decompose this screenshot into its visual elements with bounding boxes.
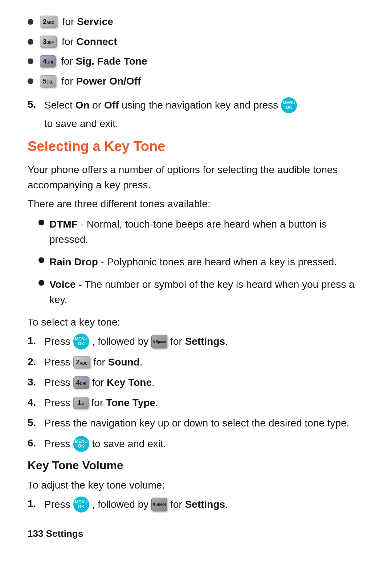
step-text-end: to save and exit. xyxy=(44,116,118,131)
step-content: Press the navigation key up or down to s… xyxy=(44,416,350,431)
step-content: Press 2ABC for Sound. xyxy=(44,355,143,370)
tone-dtmf-item: DTMF - Normal, touch-tone beeps are hear… xyxy=(38,217,364,247)
step-text: for Tone Type. xyxy=(91,395,158,411)
step-number: 4. xyxy=(28,395,41,410)
step5-list: 5. Select On or Off using the navigation… xyxy=(28,97,364,131)
tone-type-list: DTMF - Normal, touch-tone beeps are hear… xyxy=(38,217,364,307)
step-6: 6. Press MENUOK to save and exit. xyxy=(28,436,364,452)
list-item: 5JKL for Power On/Off xyxy=(28,74,364,89)
key-tone-volume-steps: 1. Press MENUOK , followed by #Space for… xyxy=(28,497,364,513)
menu-ok-btn: MENUOK xyxy=(73,334,89,350)
tone-dtmf-text: DTMF - Normal, touch-tone beeps are hear… xyxy=(49,217,364,247)
step-text: Press xyxy=(44,355,70,370)
step-number: 3. xyxy=(28,375,41,390)
key-2abc-btn: 2ABC xyxy=(40,16,57,28)
bullet-dot xyxy=(28,58,33,64)
menu-ok-btn: MENUOK xyxy=(281,97,297,113)
step-text: Press xyxy=(44,334,70,349)
top-bullet-list: 2ABC for Service 3DEF for Connect 4GHI f… xyxy=(28,15,364,89)
step-text: Press xyxy=(44,395,70,411)
step-5: 5. Press the navigation key up or down t… xyxy=(28,416,364,431)
item-label: for Power On/Off xyxy=(61,74,141,89)
section-heading-selecting-key-tone: Selecting a Key Tone xyxy=(28,136,364,156)
item-label: for Connect xyxy=(62,34,117,49)
step-2: 2. Press 2ABC for Sound. xyxy=(28,355,364,370)
key-3def-btn: 3DEF xyxy=(40,36,57,48)
step-text: for Settings. xyxy=(170,334,228,349)
step-text: for Sound. xyxy=(93,355,142,370)
step-number: 2. xyxy=(28,355,41,369)
step-number: 1. xyxy=(28,497,41,511)
step-text: Press xyxy=(44,436,70,452)
key-4ghi-btn: 4GHI xyxy=(40,55,56,68)
step-content: Press MENUOK , followed by #Space for Se… xyxy=(44,497,228,513)
hash-space-btn: #Space xyxy=(151,335,167,348)
step-number: 5. xyxy=(28,416,41,430)
key-1-btn: 1⊞ xyxy=(73,397,89,409)
tone-voice-text: Voice - The number or symbol of the key … xyxy=(49,277,364,307)
step-text: , followed by xyxy=(92,497,149,512)
step-3: 3. Press 4GHI for Key Tone. xyxy=(28,375,364,390)
section-heading-key-tone-volume: Key Tone Volume xyxy=(28,457,364,474)
step-number: 1. xyxy=(28,334,41,348)
item-label: for Sig. Fade Tone xyxy=(61,54,147,69)
bullet-dot xyxy=(28,19,33,25)
step-text: for Settings. xyxy=(170,497,228,512)
step-v1: 1. Press MENUOK , followed by #Space for… xyxy=(28,497,364,513)
key-tone-steps: 1. Press MENUOK , followed by #Space for… xyxy=(28,334,364,452)
step-text: to save and exit. xyxy=(92,436,166,452)
key-4ghi-small-btn: 4GHI xyxy=(73,376,89,389)
to-adjust-label: To adjust the key tone volume: xyxy=(28,478,364,493)
bullet-circle xyxy=(38,220,44,225)
step-1: 1. Press MENUOK , followed by #Space for… xyxy=(28,334,364,350)
bullet-circle xyxy=(38,280,44,286)
step-content: Select On or Off using the navigation ke… xyxy=(44,97,364,131)
bullet-dot xyxy=(28,39,33,45)
step-text: for Key Tone. xyxy=(92,375,155,390)
bullet-dot xyxy=(28,78,33,84)
bullet-circle xyxy=(38,257,44,263)
key-5jkl-btn: 5JKL xyxy=(40,75,56,87)
intro-paragraph-1: Your phone offers a number of options fo… xyxy=(28,162,364,193)
tone-voice-item: Voice - The number or symbol of the key … xyxy=(38,277,364,307)
list-item: 3DEF for Connect xyxy=(28,34,364,49)
hash-space-btn-2: #Space xyxy=(151,498,167,511)
item-label: for Service xyxy=(62,15,113,29)
menu-ok-btn-3: MENUOK xyxy=(73,497,89,513)
step-text: , followed by xyxy=(92,334,149,349)
tone-raindrop-text: Rain Drop - Polyphonic tones are heard w… xyxy=(49,254,337,270)
page-footer: 133 Settings xyxy=(28,527,364,541)
step-number: 5. xyxy=(28,97,41,112)
step-text: Press xyxy=(44,375,70,390)
tone-raindrop-item: Rain Drop - Polyphonic tones are heard w… xyxy=(38,254,364,270)
step-content: Press 4GHI for Key Tone. xyxy=(44,375,155,390)
step-content: Press 1⊞ for Tone Type. xyxy=(44,395,158,411)
intro-paragraph-2: There are three different tones availabl… xyxy=(28,196,364,212)
menu-ok-btn-2: MENUOK xyxy=(73,436,89,452)
list-item: 2ABC for Service xyxy=(28,15,364,29)
step-content: Press MENUOK , followed by #Space for Se… xyxy=(44,334,228,350)
step-5-item: 5. Select On or Off using the navigation… xyxy=(28,97,364,131)
step-text: Select On or Off using the navigation ke… xyxy=(44,98,278,113)
to-select-label: To select a key tone: xyxy=(28,315,364,330)
list-item: 4GHI for Sig. Fade Tone xyxy=(28,54,364,69)
step-text: Press xyxy=(44,497,70,512)
step-content: Press MENUOK to save and exit. xyxy=(44,436,166,452)
key-2abc-small-btn: 2ABC xyxy=(73,356,91,368)
step-4: 4. Press 1⊞ for Tone Type. xyxy=(28,395,364,411)
step-number: 6. xyxy=(28,436,41,451)
